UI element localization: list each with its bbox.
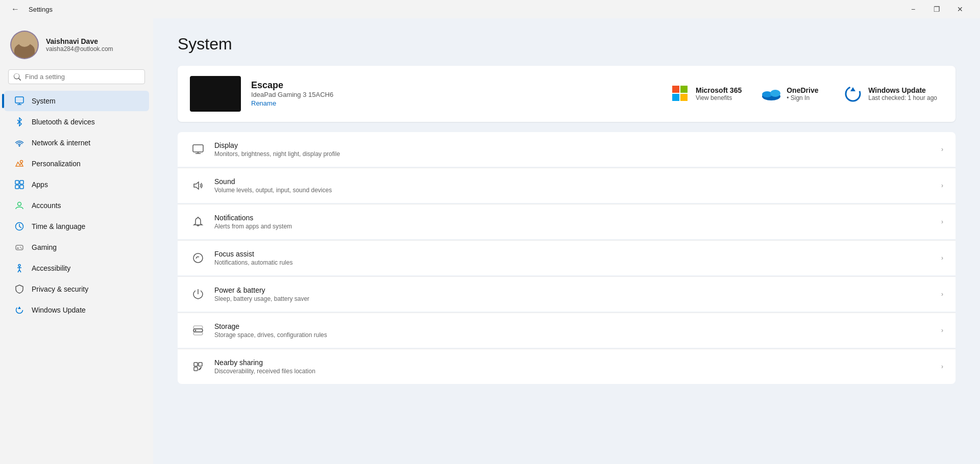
- svg-point-38: [193, 253, 203, 263]
- restore-button[interactable]: ❐: [925, 1, 948, 17]
- sidebar-item-update[interactable]: Windows Update: [4, 300, 149, 320]
- notifications-icon: [190, 214, 206, 230]
- ms365-name: Microsoft 365: [696, 86, 742, 94]
- winupdate-svg: [844, 85, 862, 102]
- device-info: Escape IdeaPad Gaming 3 15ACH6 Rename: [251, 80, 333, 108]
- power-text: Power & battery Sleep, battery usage, ba…: [214, 286, 933, 302]
- svg-rect-44: [199, 363, 202, 366]
- svg-rect-8: [20, 185, 23, 189]
- app-body: Vaishnavi Dave vaisha284@outlook.com Sys…: [0, 18, 980, 464]
- sidebar-item-network[interactable]: Network & internet: [4, 133, 149, 153]
- info-cards: Escape IdeaPad Gaming 3 15ACH6 Rename: [178, 66, 955, 122]
- settings-item-notifications[interactable]: Notifications Alerts from apps and syste…: [178, 204, 955, 239]
- storage-text: Storage Storage space, drives, configura…: [214, 322, 933, 339]
- power-arrow: ›: [941, 291, 943, 298]
- sidebar-item-accounts[interactable]: Accounts: [4, 195, 149, 216]
- settings-list: Display Monitors, brightness, night ligh…: [178, 132, 955, 384]
- nearby-description: Discoverability, received files location: [214, 368, 933, 375]
- display-arrow: ›: [941, 146, 943, 153]
- svg-rect-27: [672, 94, 679, 101]
- svg-point-16: [20, 247, 21, 248]
- sound-arrow: ›: [941, 182, 943, 189]
- service-cards: Microsoft 365 View benefits OneDr: [653, 66, 955, 122]
- onedrive-text: OneDrive • Sign In: [787, 86, 818, 101]
- search-input[interactable]: [25, 73, 139, 81]
- service-onedrive[interactable]: OneDrive • Sign In: [752, 76, 834, 111]
- sidebar-item-label-time: Time & language: [32, 222, 85, 230]
- power-title: Power & battery: [214, 286, 933, 294]
- app-title: Settings: [29, 6, 53, 13]
- svg-line-22: [19, 270, 21, 272]
- back-button[interactable]: ←: [8, 2, 22, 16]
- winupdate-text: Windows Update Last checked: 1 hour ago: [868, 86, 937, 101]
- settings-item-sound[interactable]: Sound Volume levels, output, input, soun…: [178, 168, 955, 203]
- winupdate-name: Windows Update: [868, 86, 937, 94]
- onedrive-name: OneDrive: [787, 86, 818, 94]
- sound-icon: [190, 177, 206, 194]
- user-profile[interactable]: Vaishnavi Dave vaisha284@outlook.com: [0, 24, 153, 69]
- user-info: Vaishnavi Dave vaisha284@outlook.com: [46, 37, 113, 53]
- service-winupdate[interactable]: Windows Update Last checked: 1 hour ago: [834, 76, 947, 111]
- search-icon: [14, 73, 21, 81]
- sidebar: Vaishnavi Dave vaisha284@outlook.com Sys…: [0, 18, 153, 464]
- personalization-icon: [14, 159, 24, 169]
- sidebar-item-label-personalization: Personalization: [32, 160, 81, 168]
- network-icon: [14, 138, 24, 148]
- sidebar-item-time[interactable]: Time & language: [4, 216, 149, 237]
- svg-rect-11: [16, 245, 23, 250]
- main-content: System Escape IdeaPad Gaming 3 15ACH6 Re…: [153, 18, 980, 464]
- svg-marker-37: [194, 182, 199, 189]
- sidebar-item-label-network: Network & internet: [32, 139, 90, 147]
- sidebar-item-gaming[interactable]: Gaming: [4, 237, 149, 257]
- device-card: Escape IdeaPad Gaming 3 15ACH6 Rename: [178, 66, 653, 122]
- page-title: System: [178, 35, 955, 54]
- settings-item-nearby[interactable]: Nearby sharing Discoverability, received…: [178, 349, 955, 384]
- sidebar-item-personalization[interactable]: Personalization: [4, 153, 149, 174]
- close-button[interactable]: ✕: [948, 1, 972, 17]
- nearby-icon: [190, 358, 206, 375]
- svg-rect-0: [15, 97, 23, 103]
- display-description: Monitors, brightness, night light, displ…: [214, 150, 933, 158]
- service-ms365[interactable]: Microsoft 365 View benefits: [661, 76, 752, 111]
- sidebar-item-accessibility[interactable]: Accessibility: [4, 258, 149, 278]
- search-box[interactable]: [8, 69, 145, 84]
- settings-item-power[interactable]: Power & battery Sleep, battery usage, ba…: [178, 276, 955, 312]
- device-name: Escape: [251, 80, 333, 91]
- sidebar-item-apps[interactable]: Apps: [4, 174, 149, 195]
- notifications-title: Notifications: [214, 214, 933, 222]
- svg-rect-41: [193, 326, 203, 329]
- minimize-button[interactable]: −: [901, 1, 925, 17]
- device-image: [190, 76, 241, 112]
- notifications-arrow: ›: [941, 218, 943, 225]
- notifications-description: Alerts from apps and system: [214, 223, 933, 230]
- storage-title: Storage: [214, 322, 933, 330]
- svg-rect-28: [680, 94, 688, 101]
- settings-item-display[interactable]: Display Monitors, brightness, night ligh…: [178, 132, 955, 167]
- device-model: IdeaPad Gaming 3 15ACH6: [251, 91, 333, 98]
- privacy-icon: [14, 284, 24, 294]
- notifications-text: Notifications Alerts from apps and syste…: [214, 214, 933, 230]
- sound-description: Volume levels, output, input, sound devi…: [214, 187, 933, 194]
- display-text: Display Monitors, brightness, night ligh…: [214, 141, 933, 158]
- power-icon: [190, 286, 206, 302]
- update-icon: [14, 305, 24, 315]
- display-icon: [190, 141, 206, 158]
- user-name: Vaishnavi Dave: [46, 37, 113, 45]
- svg-rect-42: [193, 332, 203, 335]
- sidebar-item-privacy[interactable]: Privacy & security: [4, 279, 149, 299]
- svg-point-18: [18, 265, 20, 267]
- svg-rect-34: [193, 145, 203, 152]
- onedrive-detail: • Sign In: [787, 94, 818, 101]
- sidebar-item-system[interactable]: System: [4, 91, 149, 111]
- sidebar-item-bluetooth[interactable]: Bluetooth & devices: [4, 112, 149, 132]
- settings-item-storage[interactable]: Storage Storage space, drives, configura…: [178, 313, 955, 348]
- settings-item-focus[interactable]: Focus assist Notifications, automatic ru…: [178, 240, 955, 275]
- svg-rect-43: [194, 363, 198, 366]
- onedrive-icon: [762, 85, 780, 103]
- nav-items: System Bluetooth & devices Network & int…: [0, 90, 153, 321]
- apps-icon: [14, 179, 24, 190]
- bluetooth-icon: [14, 117, 24, 127]
- winupdate-icon: [844, 85, 862, 103]
- rename-link[interactable]: Rename: [251, 99, 276, 107]
- display-title: Display: [214, 141, 933, 149]
